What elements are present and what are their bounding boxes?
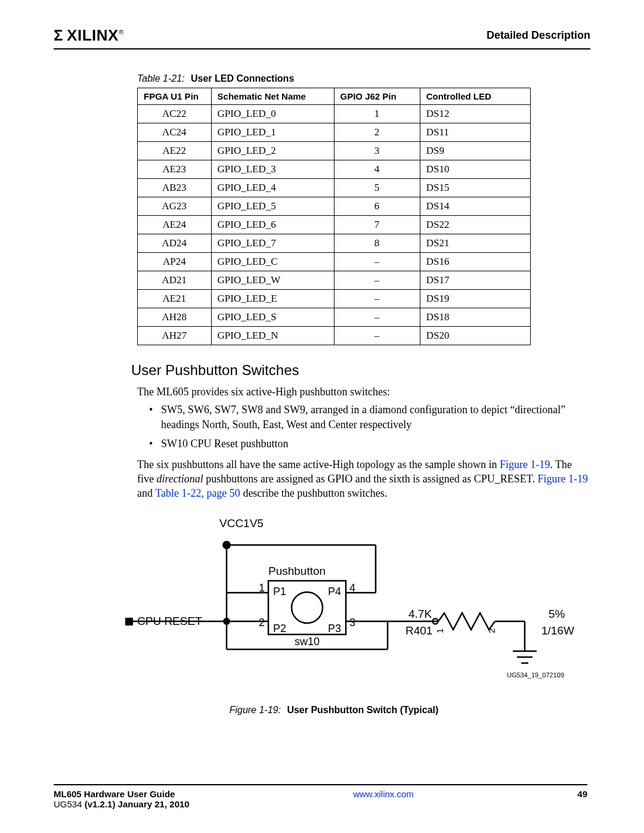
table-cell: 6 xyxy=(334,197,420,216)
table-cell: 1 xyxy=(334,105,420,123)
table-cell: GPIO_LED_1 xyxy=(211,123,334,142)
table-cell: DS16 xyxy=(420,253,530,271)
table-cell: 8 xyxy=(334,234,420,253)
table-row: AP24GPIO_LED_C–DS16 xyxy=(138,253,531,271)
detail-paragraph: The six pushbuttons all have the same ac… xyxy=(137,457,590,501)
res-pct: 5% xyxy=(549,608,565,620)
table-row: AB23GPIO_LED_45DS15 xyxy=(138,179,531,197)
table-cell: 5 xyxy=(334,179,420,197)
table-cell: GPIO_LED_2 xyxy=(211,142,334,160)
table-row: AE23GPIO_LED_34DS10 xyxy=(138,160,531,179)
pushbutton-label: Pushbutton xyxy=(268,565,326,577)
table-cell: GPIO_LED_7 xyxy=(211,234,334,253)
pin-label: P1 xyxy=(273,586,286,597)
table-cell: AD21 xyxy=(138,271,212,290)
table-cell: DS20 xyxy=(420,327,530,345)
table-cell: GPIO_LED_4 xyxy=(211,179,334,197)
logo-text: XILINX xyxy=(67,26,123,45)
figure-caption-title: User Pushbutton Switch (Typical) xyxy=(287,705,438,715)
res-value: 4.7K xyxy=(408,608,432,620)
table-cell: – xyxy=(334,271,420,290)
doc-version: (v1.2.1) January 21, 2010 xyxy=(85,799,190,809)
table-cell: AH28 xyxy=(138,308,212,327)
res-pin: 2 xyxy=(487,628,497,633)
table-cell: DS14 xyxy=(420,197,530,216)
table-cell: AC24 xyxy=(138,123,212,142)
table-row: AD24GPIO_LED_78DS21 xyxy=(138,234,531,253)
doc-title: ML605 Hardware User Guide xyxy=(54,789,175,799)
table-cell: DS11 xyxy=(420,123,530,142)
table-row: AH28GPIO_LED_S–DS18 xyxy=(138,308,531,327)
table-cell: – xyxy=(334,290,420,308)
logo-mark-icon: Σ xyxy=(54,26,63,45)
footer-url[interactable]: www.xilinx.com xyxy=(353,789,414,799)
table-cell: 2 xyxy=(334,123,420,142)
pin-label: P3 xyxy=(328,623,341,634)
res-pwr: 1/16W xyxy=(541,624,574,637)
table-cell: DS12 xyxy=(420,105,530,123)
led-table: FPGA U1 PinSchematic Net NameGPIO J62 Pi… xyxy=(137,88,531,345)
list-item: SW5, SW6, SW7, SW8 and SW9, arranged in … xyxy=(161,402,590,432)
pin-num: 3 xyxy=(349,617,355,628)
table-cell: – xyxy=(334,327,420,345)
table-header: Schematic Net Name xyxy=(211,88,334,105)
table-cell: – xyxy=(334,308,420,327)
table-cell: DS17 xyxy=(420,271,530,290)
table-row: AH27GPIO_LED_N–DS20 xyxy=(138,327,531,345)
figure-caption-label: Figure 1-19: xyxy=(230,705,281,715)
table-cell: 3 xyxy=(334,142,420,160)
table-cell: DS22 xyxy=(420,216,530,234)
page-number: 49 xyxy=(577,789,587,799)
table-cell: DS21 xyxy=(420,234,530,253)
header-section-title: Detailed Description xyxy=(487,29,590,42)
table-cell: AC22 xyxy=(138,105,212,123)
table-row: AC22GPIO_LED_01DS12 xyxy=(138,105,531,123)
table-cell: DS18 xyxy=(420,308,530,327)
section-heading: User Pushbutton Switches xyxy=(131,362,590,379)
p2-italic: directional xyxy=(156,473,203,485)
table-header: Controlled LED xyxy=(420,88,530,105)
p2-frag: pushbuttons are assigned as GPIO and the… xyxy=(203,473,538,485)
table-cell: GPIO_LED_S xyxy=(211,308,334,327)
table-link[interactable]: Table 1-22, page 50 xyxy=(155,487,240,499)
vcc-label: VCC1V5 xyxy=(219,517,264,529)
table-row: AE21GPIO_LED_E–DS19 xyxy=(138,290,531,308)
table-cell: GPIO_LED_C xyxy=(211,253,334,271)
bullet-list: SW5, SW6, SW7, SW8 and SW9, arranged in … xyxy=(161,402,590,451)
table-row: AE24GPIO_LED_67DS22 xyxy=(138,216,531,234)
table-cell: GPIO_LED_W xyxy=(211,271,334,290)
figure-link[interactable]: Figure 1-19 xyxy=(500,459,550,470)
res-pin: 1 xyxy=(435,628,445,633)
table-caption: Table 1-21: User LED Connections xyxy=(137,73,590,84)
logo: Σ XILINX xyxy=(54,26,124,45)
p2-frag: The six pushbuttons all have the same ac… xyxy=(137,459,500,470)
table-row: AC24GPIO_LED_12DS11 xyxy=(138,123,531,142)
table-cell: AE22 xyxy=(138,142,212,160)
table-cell: DS9 xyxy=(420,142,530,160)
figure: VCC1V5 CPU RESET xyxy=(89,515,578,716)
table-header: FPGA U1 Pin xyxy=(138,88,212,105)
table-cell: AB23 xyxy=(138,179,212,197)
sw-label: sw10 xyxy=(295,636,320,648)
table-cell: DS19 xyxy=(420,290,530,308)
table-cell: AD24 xyxy=(138,234,212,253)
figure-id: UG534_19_072109 xyxy=(507,671,564,679)
p2-frag: describe the pushbutton switches. xyxy=(240,487,387,499)
res-name: R401 xyxy=(405,624,432,637)
table-cell: GPIO_LED_5 xyxy=(211,197,334,216)
table-cell: GPIO_LED_E xyxy=(211,290,334,308)
table-cell: GPIO_LED_N xyxy=(211,327,334,345)
figure-caption: Figure 1-19: User Pushbutton Switch (Typ… xyxy=(89,705,578,716)
table-cell: DS15 xyxy=(420,179,530,197)
table-cell: AH27 xyxy=(138,327,212,345)
intro-paragraph: The ML605 provides six active-High pushb… xyxy=(137,385,590,399)
table-cell: GPIO_LED_0 xyxy=(211,105,334,123)
figure-link[interactable]: Figure 1-19 xyxy=(537,473,588,485)
footer-left: ML605 Hardware User Guide UG534 (v1.2.1)… xyxy=(54,789,190,809)
table-cell: AE24 xyxy=(138,216,212,234)
list-item: SW10 CPU Reset pushbutton xyxy=(161,436,590,451)
table-row: AD21GPIO_LED_W–DS17 xyxy=(138,271,531,290)
pin-label: P4 xyxy=(328,586,341,597)
table-caption-title: User LED Connections xyxy=(191,73,294,83)
table-cell: AE23 xyxy=(138,160,212,179)
